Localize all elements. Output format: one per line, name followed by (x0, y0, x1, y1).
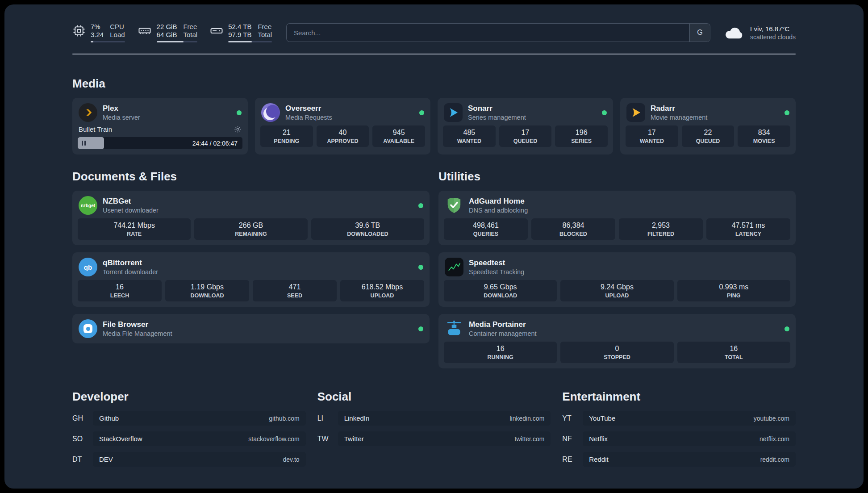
bookmark-row: SO StackOverflow stackoverflow.com (72, 431, 306, 446)
cpu-load-value: 3.24 (91, 31, 104, 39)
stat-tile: 1.19 Gbps DOWNLOAD (165, 280, 249, 301)
disk-free-value: 52.4 TB (228, 23, 251, 31)
status-dot (237, 110, 242, 115)
stat-tile: 471 SEED (253, 280, 337, 301)
status-dot (418, 265, 423, 270)
stat-value: 86,384 (533, 221, 613, 230)
bookmark-abbr: NF (562, 435, 576, 443)
bookmark-row: YT YouTube youtube.com (562, 411, 796, 426)
pause-icon (82, 141, 86, 146)
service-card-radarr[interactable]: Radarr Movie management 17 WANTED 22 QUE… (620, 98, 796, 155)
playback-progress-bar[interactable]: 24:44 / 02:06:47 (78, 137, 242, 149)
service-name: NZBGet (103, 197, 413, 206)
bookmark-abbr: SO (72, 435, 87, 443)
status-dot (785, 326, 789, 331)
stat-value: 485 (445, 129, 494, 137)
stat-label: QUEUED (684, 138, 733, 144)
stat-tile: 2,953 FILTERED (619, 218, 703, 240)
bookmark-name: YouTube (589, 414, 615, 422)
cpu-percent: 7% (91, 23, 104, 31)
stat-label: STOPPED (562, 354, 672, 360)
bookmark-link-linkedin[interactable]: LinkedIn linkedin.com (338, 411, 551, 426)
bookmarks-title-developer: Developer (72, 390, 306, 404)
stat-label: DOWNLOADED (313, 231, 422, 237)
bookmark-link-reddit[interactable]: Reddit reddit.com (583, 452, 796, 467)
search-provider-button[interactable]: G (689, 24, 710, 42)
stat-tile: 744.21 Mbps RATE (78, 218, 191, 240)
service-card-nzbget[interactable]: nzbget NZBGet Usenet downloader 744.21 M… (72, 191, 430, 245)
stat-label: REMAINING (196, 231, 305, 237)
stat-label: PENDING (262, 138, 311, 144)
stat-value: 266 GB (196, 221, 305, 230)
service-card-adguard[interactable]: AdGuard Home DNS and adblocking 498,461 … (438, 191, 796, 245)
stat-tile: 40 APPROVED (317, 125, 369, 147)
bookmark-link-netflix[interactable]: Netflix netflix.com (583, 431, 796, 446)
memory-total-label: Total (183, 31, 197, 39)
stat-label: TOTAL (679, 354, 789, 360)
stat-value: 744.21 Mbps (79, 221, 189, 230)
stat-label: APPROVED (318, 138, 367, 144)
speedtest-icon (445, 258, 463, 276)
service-card-sonarr[interactable]: Sonarr Series management 485 WANTED 17 Q… (438, 98, 613, 155)
stat-label: UPLOAD (342, 292, 422, 299)
service-subtitle: Media server (103, 114, 231, 121)
stat-value: 39.6 TB (313, 221, 422, 230)
adguard-icon (445, 196, 463, 215)
bookmark-row: DT DEV dev.to (72, 452, 306, 467)
stat-label: PING (679, 292, 789, 299)
bookmark-url: linkedin.com (510, 415, 545, 422)
sonarr-icon (444, 103, 463, 122)
bookmark-url: youtube.com (754, 415, 789, 422)
section-title-documents: Documents & Files (72, 170, 430, 184)
service-subtitle: Container management (469, 330, 779, 337)
service-card-speedtest[interactable]: Speedtest Speedtest Tracking 9.65 Gbps D… (438, 252, 796, 307)
filebrowser-icon (79, 319, 97, 338)
bookmark-link-youtube[interactable]: YouTube youtube.com (583, 411, 796, 426)
gear-icon[interactable] (234, 125, 242, 133)
disk-free-label: Free (258, 23, 272, 31)
service-name: Overseerr (285, 104, 414, 113)
stat-label: UPLOAD (562, 292, 672, 299)
service-name: File Browser (103, 320, 413, 329)
service-card-plex[interactable]: Plex Media server Bullet Train (72, 98, 248, 155)
stat-tile: 47.571 ms LATENCY (706, 218, 790, 240)
status-dot (419, 110, 424, 115)
stat-value: 17 (627, 129, 676, 137)
status-dot (418, 326, 423, 331)
search-bar: G (286, 23, 710, 42)
playback-progress-fill (78, 137, 104, 149)
bookmark-link-twitter[interactable]: Twitter twitter.com (338, 431, 551, 446)
section-title-media: Media (72, 77, 796, 91)
service-card-portainer[interactable]: Media Portainer Container management 16 … (438, 314, 796, 368)
bookmark-link-github[interactable]: Github github.com (93, 411, 306, 426)
service-card-overseerr[interactable]: Overseerr Media Requests 21 PENDING 40 A… (255, 98, 430, 155)
service-subtitle: Movie management (651, 114, 779, 121)
stat-tile: 498,461 QUERIES (444, 218, 528, 240)
stat-label: SEED (255, 292, 335, 299)
stat-label: QUERIES (446, 231, 526, 237)
bookmark-url: stackoverflow.com (248, 435, 299, 443)
disk-widget: 52.4 TB 97.9 TB Free Total (210, 23, 272, 42)
search-input[interactable] (287, 24, 689, 42)
service-name: Speedtest (469, 259, 789, 267)
nzbget-icon: nzbget (79, 196, 97, 215)
service-name: Radarr (651, 104, 779, 113)
status-dot (602, 110, 607, 115)
service-card-filebrowser[interactable]: File Browser Media File Management (72, 314, 430, 343)
bookmarks-title-entertainment: Entertainment (562, 390, 796, 404)
bookmark-link-dev[interactable]: DEV dev.to (93, 452, 306, 467)
playback-time: 24:44 / 02:06:47 (192, 140, 238, 147)
stat-label: SERIES (557, 138, 606, 144)
stat-label: MOVIES (739, 138, 789, 144)
service-card-qbittorrent[interactable]: qb qBittorrent Torrent downloader 16 LEE… (72, 252, 430, 307)
stat-value: 498,461 (446, 221, 526, 230)
bookmark-url: dev.to (283, 456, 300, 463)
stat-value: 40 (318, 129, 367, 137)
stat-value: 196 (557, 129, 606, 137)
service-subtitle: Series management (468, 114, 597, 121)
bookmark-link-stackoverflow[interactable]: StackOverflow stackoverflow.com (93, 431, 306, 446)
stat-label: QUEUED (501, 138, 550, 144)
service-subtitle: Usenet downloader (103, 207, 413, 214)
stat-value: 16 (446, 345, 555, 353)
stat-tile: 21 PENDING (260, 125, 313, 147)
